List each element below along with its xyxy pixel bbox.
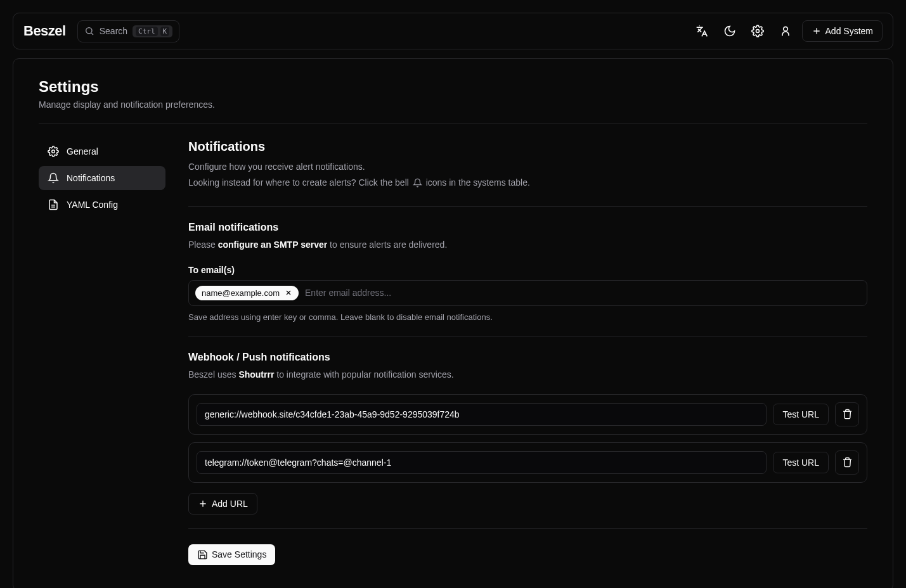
user-icon[interactable] (774, 20, 797, 42)
email-input[interactable] (305, 288, 860, 298)
webhook-row: Test URL (188, 442, 867, 483)
page-title: Settings (39, 78, 867, 96)
delete-button[interactable] (835, 402, 859, 426)
test-url-button[interactable]: Test URL (773, 452, 829, 473)
webhook-after: to integrate with popular notification s… (274, 369, 453, 380)
settings-card: Settings Manage display and notification… (13, 58, 893, 588)
topbar: Beszel Search Ctrl K Ad (13, 13, 893, 49)
save-label: Save Settings (212, 549, 266, 559)
logo[interactable]: Beszel (23, 23, 66, 39)
separator (188, 206, 867, 207)
separator (188, 336, 867, 336)
webhook-before: Beszel uses (188, 369, 238, 380)
gear-icon (48, 146, 59, 157)
gear-icon[interactable] (746, 20, 769, 42)
email-tag: name@example.com (195, 286, 299, 300)
search-kbd: Ctrl K (133, 25, 172, 37)
webhook-url-input[interactable] (197, 451, 767, 474)
add-url-button[interactable]: Add URL (188, 493, 257, 514)
trash-icon (842, 457, 853, 468)
layout: General Notifications YAML Config Notifi… (39, 139, 867, 565)
theme-icon[interactable] (718, 20, 741, 42)
search-icon (84, 26, 94, 36)
sidebar-item-yaml[interactable]: YAML Config (39, 193, 165, 217)
remove-tag-icon[interactable] (285, 289, 292, 297)
notifications-desc2: Looking instead for where to create aler… (188, 175, 867, 191)
language-icon[interactable] (690, 20, 713, 42)
add-url-label: Add URL (212, 499, 248, 509)
sidebar-item-notifications[interactable]: Notifications (39, 166, 165, 190)
svg-point-1 (756, 30, 759, 33)
content: Notifications Configure how you receive … (188, 139, 867, 565)
file-icon (48, 199, 59, 210)
plus-icon (198, 499, 208, 509)
svg-point-2 (783, 27, 787, 31)
page-subtitle: Manage display and notification preferen… (39, 99, 867, 110)
trash-icon (842, 409, 853, 419)
bell-icon (48, 172, 59, 184)
add-system-button[interactable]: Add System (802, 20, 883, 42)
webhook-row: Test URL (188, 394, 867, 435)
topbar-left: Beszel Search Ctrl K (23, 20, 179, 42)
settings-sidebar: General Notifications YAML Config (39, 139, 165, 565)
separator (188, 528, 867, 529)
sidebar-item-label: Notifications (67, 173, 115, 183)
save-settings-button[interactable]: Save Settings (188, 544, 275, 565)
notifications-title: Notifications (188, 139, 867, 154)
sidebar-item-label: General (67, 146, 98, 157)
plus-icon (812, 26, 822, 36)
kbd-ctrl: Ctrl (136, 27, 158, 36)
webhook-url-input[interactable] (197, 403, 767, 426)
email-help: Save address using enter key or comma. L… (188, 312, 867, 322)
save-icon (197, 549, 208, 560)
add-system-label: Add System (825, 26, 873, 36)
search-label: Search (100, 26, 127, 36)
sidebar-item-label: YAML Config (67, 200, 118, 210)
bell-icon (413, 178, 422, 188)
shoutrrr-link[interactable]: Shoutrrr (238, 369, 274, 380)
test-url-button[interactable]: Test URL (773, 404, 829, 425)
search-box[interactable]: Search Ctrl K (77, 20, 179, 42)
svg-point-0 (86, 28, 91, 34)
email-please: Please (188, 240, 218, 250)
divider (39, 124, 867, 124)
desc2-after: icons in the systems table. (424, 177, 530, 188)
sidebar-item-general[interactable]: General (39, 139, 165, 163)
delete-button[interactable] (835, 451, 859, 475)
email-title: Email notifications (188, 222, 867, 233)
webhook-title: Webhook / Push notifications (188, 352, 867, 363)
email-ensure: to ensure alerts are delivered. (327, 240, 447, 250)
email-desc: Please configure an SMTP server to ensur… (188, 237, 867, 253)
kbd-k: K (160, 27, 170, 36)
smtp-link[interactable]: configure an SMTP server (218, 240, 327, 250)
svg-point-3 (52, 150, 55, 153)
topbar-right: Add System (690, 20, 883, 42)
webhook-desc: Beszel uses Shoutrrr to integrate with p… (188, 367, 867, 383)
to-emails-label: To email(s) (188, 265, 867, 275)
email-tag-input[interactable]: name@example.com (188, 280, 867, 306)
desc2-before: Looking instead for where to create aler… (188, 177, 411, 188)
notifications-desc1: Configure how you receive alert notifica… (188, 159, 867, 175)
email-tag-text: name@example.com (202, 288, 280, 298)
